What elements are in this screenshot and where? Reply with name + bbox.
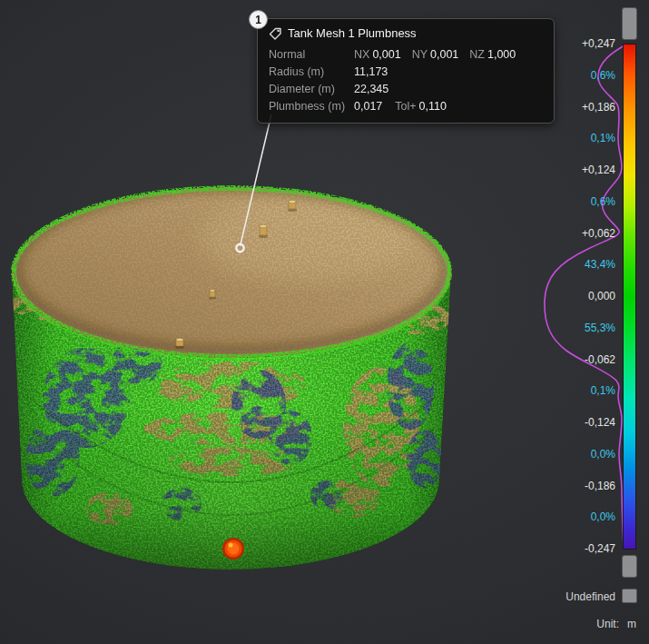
tolerance-value: 0,110 — [419, 100, 447, 113]
colorbar-percent-label: 0,6% — [591, 70, 615, 81]
colorbar-percent-label: 0,0% — [591, 511, 615, 522]
unit-value: m — [627, 618, 636, 630]
deviation-hotspot — [222, 538, 244, 560]
nx-label: NX — [354, 48, 369, 61]
colorbar-tick-label: +0,124 — [582, 164, 615, 175]
radius-label: Radius (m) — [269, 64, 354, 79]
diameter-value: 22,345 — [354, 82, 543, 96]
unit-label: Unit: — [596, 618, 619, 630]
tag-icon — [269, 27, 281, 40]
nz-value: 1,000 — [487, 48, 516, 61]
plumbness-values: 0,017Tol+0,110 — [354, 99, 543, 114]
colorbar-tick-label: +0,186 — [582, 102, 615, 113]
colorbar-percent-label: 55,3% — [585, 322, 615, 333]
annotation-callout[interactable]: 1 Tank Mesh 1 Plumbness Normal NX0,001NY… — [257, 18, 555, 124]
diameter-label: Diameter (m) — [269, 82, 354, 96]
nx-value: 0,001 — [372, 48, 400, 61]
colorbar-tick-label: 0,000 — [588, 291, 615, 302]
colorbar-tick-label: -0,247 — [585, 543, 615, 554]
radius-value: 11,173 — [354, 64, 543, 79]
colorbar-tick-label: +0,247 — [582, 38, 615, 49]
colorbar-percent-label: 0,6% — [591, 196, 615, 207]
tank-mesh — [7, 183, 456, 577]
nozzle — [259, 224, 268, 238]
colorbar-percent-label: 0,0% — [591, 449, 615, 460]
colorbar-percent-label: 43,4% — [585, 259, 615, 270]
ny-label: NY — [412, 48, 428, 61]
nozzle — [288, 200, 297, 212]
undefined-label: Undefined — [565, 590, 615, 603]
undefined-color-swatch[interactable] — [622, 589, 637, 603]
colorbar-over-range-cap — [622, 7, 637, 40]
nz-label: NZ — [469, 48, 485, 61]
colorbar[interactable] — [623, 44, 636, 550]
ny-value: 0,001 — [430, 48, 458, 61]
normal-label: Normal — [269, 47, 354, 62]
normal-values: NX0,001NY0,001NZ1,000 — [354, 47, 543, 62]
colorbar-tick-label: -0,062 — [585, 354, 615, 365]
colorbar-under-range-cap — [622, 555, 637, 578]
colorbar-tick-label: -0,124 — [585, 417, 615, 428]
callout-title: Tank Mesh 1 Plumbness — [288, 26, 417, 41]
colorbar-tick-label: +0,062 — [582, 228, 615, 239]
colorbar-percent-label: 0,1% — [591, 385, 615, 396]
unit-indicator: Unit:m — [596, 618, 636, 630]
plumbness-value: 0,017 — [354, 100, 382, 113]
nozzle — [175, 338, 184, 349]
colorbar-labels: +0,247 0,6% +0,186 0,1% +0,124 0,6% +0,0… — [582, 38, 615, 554]
colorbar-percent-label: 0,1% — [591, 133, 615, 144]
annotation-number-badge[interactable]: 1 — [249, 10, 268, 29]
nozzle — [209, 290, 216, 300]
tolerance-label: Tol+ — [395, 100, 416, 113]
colorbar-tick-label: -0,186 — [585, 481, 615, 491]
plumbness-label: Plumbness (m) — [269, 99, 354, 114]
